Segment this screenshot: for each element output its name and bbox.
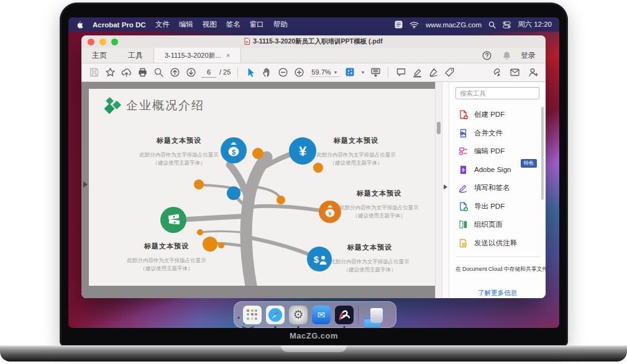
menu-window[interactable]: 窗口	[250, 20, 264, 29]
stamp-tool-icon[interactable]	[444, 67, 455, 78]
tools-panel: 创建 PDF 合并文件 编辑 PDF Adobe Sign 特色	[449, 82, 546, 298]
comment-icon[interactable]	[395, 67, 406, 78]
zoom-level-value: 59.7%	[311, 68, 331, 76]
dock-settings-icon[interactable]: ⚙	[289, 306, 308, 324]
tab-bar: 主页 工具 3-1115-3-2020新... × 登录	[81, 48, 546, 63]
dock-separator	[358, 306, 359, 324]
hand-pan-icon[interactable]	[261, 67, 272, 78]
page-display-icon[interactable]	[345, 67, 356, 78]
menu-bar: Acrobat Pro DC 文件 编辑 视图 签名 窗口 帮助 www.mac…	[68, 17, 559, 32]
menu-app-name[interactable]: Acrobat Pro DC	[93, 21, 146, 29]
window-title: 3-1115-3-2020新员工入职培训PPT模板 (.pdf	[253, 37, 382, 46]
dock: ⚙ ✉	[234, 301, 396, 328]
tab-home[interactable]: 主页	[81, 48, 117, 63]
input-source-icon[interactable]	[395, 20, 403, 29]
tool-organize-pages[interactable]: 组织页面	[455, 216, 539, 234]
zoom-level-dropdown[interactable]: 59.7% ▼	[309, 68, 339, 77]
pdf-page: 企业概况介绍	[89, 89, 435, 286]
dock-safari-icon[interactable]	[266, 306, 285, 324]
page-display-caret-icon[interactable]: ▼	[361, 70, 365, 75]
banknotes-green-circle	[160, 207, 186, 233]
tool-combine-files[interactable]: 合并文件	[455, 124, 539, 143]
menu-sign[interactable]: 签名	[226, 20, 240, 29]
tool-export-pdf[interactable]: 导出 PDF	[455, 198, 539, 216]
pdf-file-icon	[244, 38, 250, 46]
document-scrollbar-thumb[interactable]	[437, 122, 441, 134]
sign-pen-icon[interactable]	[428, 67, 439, 78]
adobe-sign-icon	[458, 165, 469, 175]
link-share-icon[interactable]	[490, 67, 501, 78]
dock-launchpad-icon[interactable]	[243, 306, 262, 324]
laptop-brand-label: MacZG.com	[60, 329, 568, 345]
tab-tools[interactable]: 工具	[117, 48, 153, 63]
menu-help[interactable]: 帮助	[273, 20, 288, 29]
share-cloud-icon[interactable]	[121, 67, 132, 78]
send-comments-icon	[458, 238, 469, 248]
wifi-icon[interactable]	[410, 21, 419, 29]
tool-send-for-comments[interactable]: 发送以供注释	[455, 234, 539, 253]
minimize-window-button[interactable]	[99, 39, 106, 45]
tab-document-label: 3-1115-3-2020新...	[165, 51, 221, 60]
tool-fill-sign[interactable]: 填写和签名	[455, 179, 539, 198]
page-total-label: / 25	[219, 68, 231, 76]
combine-files-icon	[458, 128, 469, 139]
tools-panel-collapse-strip[interactable]	[442, 82, 449, 298]
create-pdf-icon	[458, 109, 469, 120]
send-email-icon[interactable]	[509, 67, 520, 78]
menu-view[interactable]: 视图	[203, 20, 217, 29]
apple-menu-icon[interactable]	[76, 20, 83, 29]
section-bottom-right: 标题文本预设 此部分内容作为文字排版占位显示（建议使用主题字体）	[311, 243, 429, 274]
zoom-out-icon[interactable]	[277, 67, 288, 78]
next-page-icon[interactable]	[185, 67, 196, 78]
tools-search-input[interactable]	[455, 87, 539, 99]
print-icon[interactable]	[137, 67, 148, 78]
tools-panel-collapse-arrow[interactable]	[444, 184, 447, 189]
nav-pane-expand-arrow[interactable]	[83, 181, 88, 188]
notifications-bell-icon[interactable]	[501, 50, 512, 61]
edit-pdf-icon	[458, 146, 469, 157]
fill-sign-icon	[458, 183, 469, 193]
dock-acrobat-icon[interactable]	[335, 306, 354, 324]
page-number-input[interactable]	[201, 68, 216, 78]
tool-create-pdf[interactable]: 创建 PDF	[455, 106, 539, 124]
document-scrollbar[interactable]	[435, 82, 442, 298]
login-button[interactable]: 登录	[521, 50, 536, 61]
section-middle-right: 标题文本预设 此部分内容作为文字排版占位显示（建议使用主题字体）	[320, 189, 438, 220]
scroll-mode-icon[interactable]	[370, 67, 381, 78]
macos-screen: Acrobat Pro DC 文件 编辑 视图 签名 窗口 帮助 www.mac…	[68, 17, 559, 328]
share-person-icon[interactable]	[528, 67, 539, 78]
organize-pages-icon	[458, 219, 469, 230]
document-viewport[interactable]: 企业概况介绍	[81, 82, 442, 298]
menu-file[interactable]: 文件	[155, 20, 170, 29]
control-center-icon[interactable]	[503, 21, 511, 29]
window-titlebar: 3-1115-3-2020新员工入职培训PPT模板 (.pdf	[81, 35, 546, 48]
laptop-base	[0, 345, 627, 362]
dock-mail-icon[interactable]: ✉	[312, 306, 331, 324]
zoom-in-icon[interactable]	[293, 67, 304, 78]
section-top-right: 标题文本预设 此部分内容作为文字排版占位显示（建议使用主题字体）	[297, 136, 415, 167]
previous-page-icon[interactable]	[169, 67, 180, 78]
tools-panel-scrollbar-thumb[interactable]	[541, 107, 544, 200]
section-top-left: 标题文本预设 此部分内容作为文字排版占位显示（建议使用主题字体）	[120, 136, 238, 167]
featured-badge: 特色	[521, 159, 537, 168]
menubar-clock[interactable]: 周六 12:20	[518, 20, 552, 29]
tab-document[interactable]: 3-1115-3-2020新... ×	[153, 48, 241, 63]
tool-edit-pdf[interactable]: 编辑 PDF	[455, 142, 539, 161]
menu-edit[interactable]: 编辑	[179, 20, 193, 29]
menubar-url: www.macZG.com	[426, 21, 482, 29]
dock-trash-icon[interactable]	[367, 306, 386, 324]
select-cursor-icon[interactable]	[245, 67, 256, 78]
close-window-button[interactable]	[88, 39, 94, 45]
help-icon[interactable]	[481, 50, 492, 61]
tool-adobe-sign[interactable]: Adobe Sign 特色	[455, 161, 539, 180]
search-icon[interactable]	[153, 67, 164, 78]
laptop-lid-notch	[281, 345, 347, 352]
zoom-window-button[interactable]	[111, 39, 118, 45]
section-bottom-left: 标题文本预设 此部分内容作为文字排版占位显示（建议使用主题字体）	[108, 242, 226, 273]
star-favorites-icon[interactable]	[104, 67, 116, 78]
highlight-icon[interactable]	[411, 67, 423, 78]
spotlight-search-icon[interactable]	[488, 21, 496, 29]
save-icon[interactable]	[88, 67, 99, 78]
learn-more-link[interactable]: 了解更多信息	[455, 289, 539, 298]
tab-close-icon[interactable]: ×	[226, 52, 230, 59]
